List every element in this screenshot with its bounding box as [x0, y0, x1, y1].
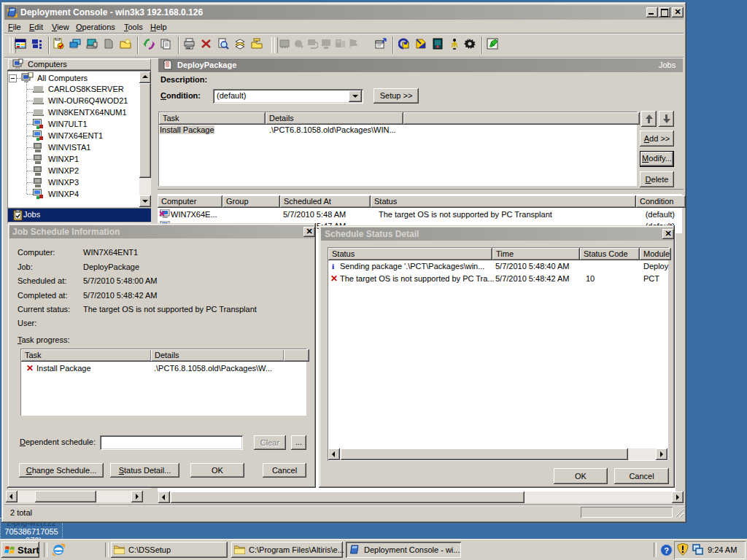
svg-text:?: ?	[664, 546, 669, 555]
